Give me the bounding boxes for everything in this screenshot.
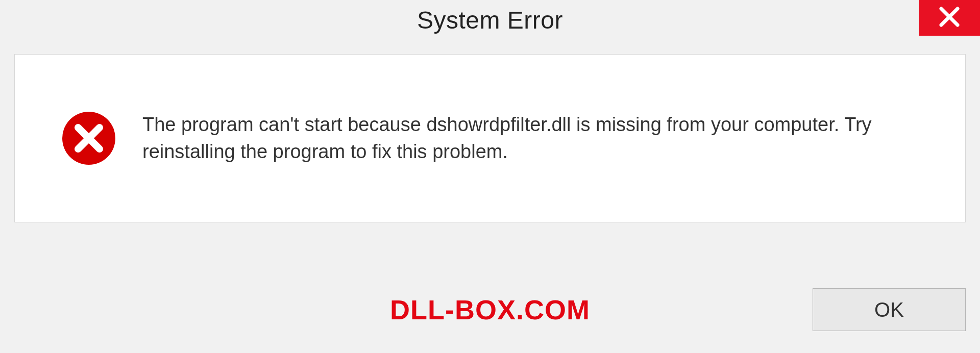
titlebar: System Error bbox=[0, 0, 980, 49]
watermark-text: DLL-BOX.COM bbox=[390, 294, 590, 325]
dialog-message: The program can't start because dshowrdp… bbox=[142, 111, 908, 165]
close-icon bbox=[938, 6, 961, 30]
close-button[interactable] bbox=[919, 0, 980, 36]
dialog-title: System Error bbox=[417, 6, 563, 34]
dialog-footer: DLL-BOX.COM OK bbox=[14, 282, 966, 338]
error-icon bbox=[61, 110, 117, 166]
ok-button[interactable]: OK bbox=[813, 288, 966, 331]
dialog-content: The program can't start because dshowrdp… bbox=[14, 54, 966, 222]
